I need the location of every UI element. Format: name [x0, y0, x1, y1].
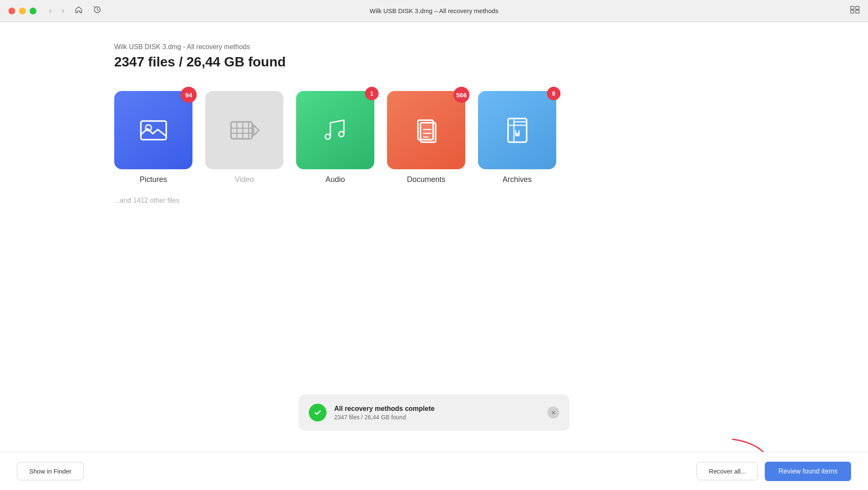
audio-label: Audio	[325, 175, 345, 184]
pictures-icon	[137, 113, 170, 147]
main-content: Wilk USB DISK 3.dmg - All recovery metho…	[0, 22, 868, 490]
archives-card[interactable]: 8	[478, 91, 556, 169]
titlebar: ‹ › Wilk USB DISK 3.dmg – All recovery m…	[0, 0, 868, 22]
audio-icon	[319, 113, 352, 147]
audio-badge: 1	[365, 87, 379, 100]
review-found-items-button[interactable]: Review found items	[765, 462, 851, 481]
svg-rect-14	[420, 123, 436, 142]
svg-rect-4	[856, 10, 859, 13]
archives-card-wrapper: 8 Archives	[478, 91, 556, 184]
notification-close-button[interactable]: ✕	[547, 407, 559, 418]
notification-title: All recovery methods complete	[334, 405, 540, 413]
success-check-icon	[309, 404, 327, 421]
notification-subtitle: 2347 files / 26,44 GB found	[334, 414, 540, 421]
pictures-label: Pictures	[140, 175, 167, 184]
history-button[interactable]	[91, 5, 104, 17]
recover-all-button[interactable]: Recover all...	[697, 462, 758, 480]
maximize-button[interactable]	[30, 8, 36, 14]
other-files-text: ...and 1412 other files	[114, 197, 868, 204]
documents-icon	[409, 113, 443, 147]
archives-badge: 8	[547, 87, 560, 100]
minimize-button[interactable]	[19, 8, 26, 14]
bottom-bar: Show in Finder Recover all... Review fou…	[0, 452, 868, 490]
page-main-title: 2347 files / 26,44 GB found	[114, 54, 868, 70]
close-button[interactable]	[8, 8, 15, 14]
home-button[interactable]	[72, 5, 85, 17]
archives-label: Archives	[503, 175, 532, 184]
video-card-wrapper: Video	[205, 91, 283, 184]
audio-card[interactable]: 1	[296, 91, 374, 169]
archives-icon	[500, 113, 534, 147]
documents-label: Documents	[407, 175, 445, 184]
video-card[interactable]	[205, 91, 283, 169]
documents-card[interactable]: 566	[387, 91, 465, 169]
pictures-card[interactable]: 94	[114, 91, 192, 169]
notification-bar: All recovery methods complete 2347 files…	[299, 394, 569, 431]
svg-rect-3	[851, 10, 854, 13]
documents-card-wrapper: 566 Documents	[387, 91, 465, 184]
layout-toggle[interactable]	[850, 6, 860, 16]
window-title: Wilk USB DISK 3.dmg – All recovery metho…	[370, 7, 498, 14]
nav-buttons: ‹ ›	[47, 5, 104, 17]
svg-rect-2	[856, 6, 859, 9]
traffic-lights	[8, 8, 36, 14]
notification-text: All recovery methods complete 2347 files…	[334, 405, 540, 421]
video-label: Video	[235, 175, 254, 184]
page-subtitle: Wilk USB DISK 3.dmg - All recovery metho…	[114, 43, 868, 51]
back-button[interactable]: ‹	[47, 6, 54, 16]
audio-card-wrapper: 1 Audio	[296, 91, 374, 184]
video-icon	[228, 113, 261, 147]
svg-rect-1	[851, 6, 854, 9]
file-type-cards: 94 Pictures	[114, 91, 868, 184]
forward-button[interactable]: ›	[59, 6, 67, 16]
pictures-badge: 94	[181, 87, 197, 103]
show-in-finder-button[interactable]: Show in Finder	[17, 462, 84, 480]
pictures-card-wrapper: 94 Pictures	[114, 91, 192, 184]
documents-badge: 566	[453, 87, 470, 103]
